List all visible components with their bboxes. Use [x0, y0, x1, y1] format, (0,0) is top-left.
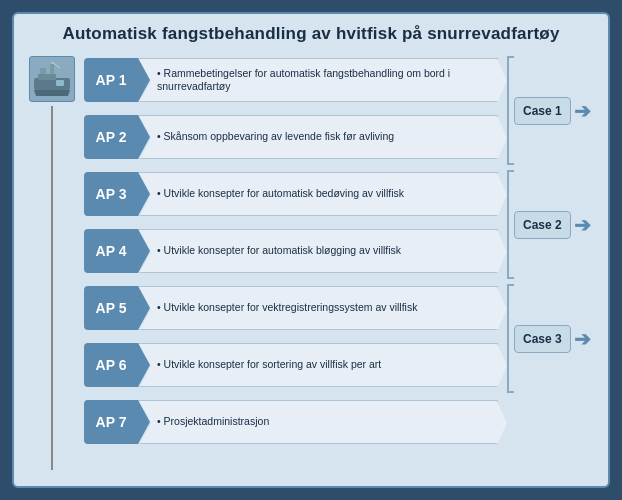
ap-row-6: AP 6 Utvikle konsepter for sortering av … — [84, 339, 498, 391]
ap7-spacer — [504, 398, 596, 450]
ship-image — [29, 56, 75, 102]
case-column: Case 1 ➔ Case 2 ➔ — [504, 54, 596, 470]
ap-row-4: AP 4 Utvikle konsepter for automatisk bl… — [84, 225, 498, 277]
ap-desc-3: Utvikle konsepter for automatisk bedøvin… — [138, 172, 498, 216]
case-2-container: Case 2 ➔ — [504, 170, 596, 279]
image-column — [26, 54, 78, 470]
ap-desc-1: Rammebetingelser for automatisk fangstbe… — [138, 58, 498, 102]
case-2-arrow: ➔ — [574, 213, 591, 237]
ap-row-5: AP 5 Utvikle konsepter for vektregistrer… — [84, 282, 498, 334]
page-title: Automatisk fangstbehandling av hvitfisk … — [26, 24, 596, 44]
case-1-content: Case 1 ➔ — [514, 97, 591, 125]
main-container: Automatisk fangstbehandling av hvitfisk … — [12, 12, 610, 488]
ap-desc-2: Skånsom oppbevaring av levende fisk før … — [138, 115, 498, 159]
ap-badge-1: AP 1 — [84, 58, 138, 102]
case-3-container: Case 3 ➔ — [504, 284, 596, 393]
ap-desc-5: Utvikle konsepter for vektregistreringss… — [138, 286, 498, 330]
ap-list: AP 1 Rammebetingelser for automatisk fan… — [84, 54, 504, 470]
ap-row-2: AP 2 Skånsom oppbevaring av levende fisk… — [84, 111, 498, 163]
ap-badge-5: AP 5 — [84, 286, 138, 330]
ap-badge-4: AP 4 — [84, 229, 138, 273]
case-2-box: Case 2 — [514, 211, 571, 239]
ap-row-7: AP 7 Prosjektadministrasjon — [84, 396, 498, 448]
ap-badge-2: AP 2 — [84, 115, 138, 159]
case-3-box: Case 3 — [514, 325, 571, 353]
case-3-content: Case 3 ➔ — [514, 325, 591, 353]
case-3-arrow: ➔ — [574, 327, 591, 351]
ap-badge-7: AP 7 — [84, 400, 138, 444]
ap-desc-7: Prosjektadministrasjon — [138, 400, 498, 444]
case-1-box: Case 1 — [514, 97, 571, 125]
vertical-line — [51, 106, 53, 470]
case-2-content: Case 2 ➔ — [514, 211, 591, 239]
case-1-arrow: ➔ — [574, 99, 591, 123]
ap-badge-6: AP 6 — [84, 343, 138, 387]
ap-row-1: AP 1 Rammebetingelser for automatisk fan… — [84, 54, 498, 106]
svg-rect-7 — [56, 80, 64, 86]
svg-marker-1 — [34, 90, 70, 96]
ap-badge-3: AP 3 — [84, 172, 138, 216]
case-1-container: Case 1 ➔ — [504, 56, 596, 165]
ap-row-3: AP 3 Utvikle konsepter for automatisk be… — [84, 168, 498, 220]
ap-desc-4: Utvikle konsepter for automatisk bløggin… — [138, 229, 498, 273]
ap-desc-6: Utvikle konsepter for sortering av villf… — [138, 343, 498, 387]
svg-rect-4 — [38, 74, 56, 80]
